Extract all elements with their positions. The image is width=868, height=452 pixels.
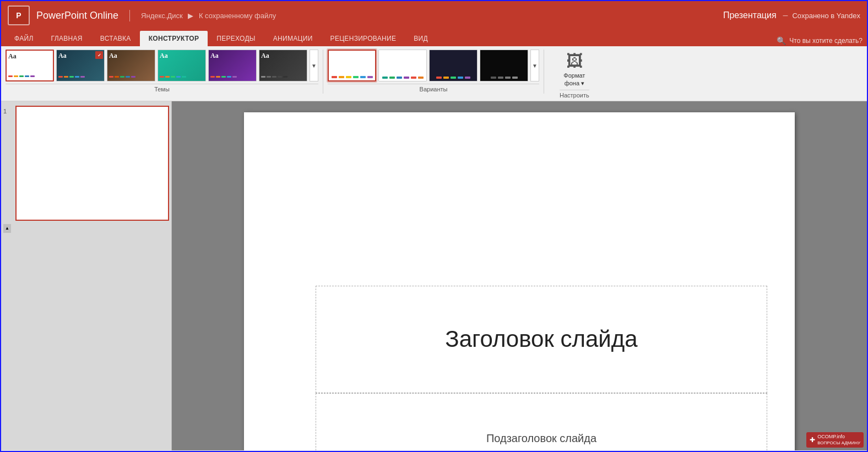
title-bar: P PowerPoint Online Яндекс.Диск ▶ К сохр… (1, 1, 867, 30)
scroll-up-button[interactable]: ▲ (3, 224, 11, 233)
format-background-button[interactable]: 🖼 Форматфона ▾ Настроить (553, 50, 596, 101)
main-area: 1 ▲ Заголовок слайда Подзаголовок слайда (1, 101, 867, 450)
slide-canvas[interactable]: Заголовок слайда Подзаголовок слайда (244, 112, 795, 450)
theme-default[interactable]: Aa (6, 50, 54, 81)
themes-section: Aa Aa (6, 50, 318, 95)
breadcrumb-part1[interactable]: Яндекс.Диск (141, 12, 183, 20)
tab-home[interactable]: ГЛАВНАЯ (42, 31, 91, 46)
tab-designer[interactable]: КОНСТРУКТОР (140, 31, 208, 46)
ribbon-tabs: ФАЙЛ ГЛАВНАЯ ВСТАВКА КОНСТРУКТОР ПЕРЕХОД… (1, 30, 867, 46)
breadcrumb-part2[interactable]: К сохраненному файлу (199, 12, 276, 20)
search-placeholder[interactable]: Что вы хотите сделать? (789, 37, 862, 45)
theme-purple[interactable]: Aa (208, 50, 257, 81)
themes-row: Aa Aa (6, 50, 318, 81)
breadcrumb: Яндекс.Диск ▶ К сохраненному файлу (141, 12, 723, 20)
theme-dark[interactable]: Aa (259, 50, 307, 81)
tab-transitions[interactable]: ПЕРЕХОДЫ (208, 31, 264, 46)
variant-4[interactable] (480, 50, 528, 81)
tab-file[interactable]: ФАЙЛ (6, 31, 42, 46)
ppt-logo: P (8, 6, 30, 25)
tab-view[interactable]: ВИД (405, 31, 437, 46)
variant-2[interactable] (378, 50, 427, 81)
ribbon-content: Aa Aa (1, 46, 867, 101)
theme-brown[interactable]: Aa (107, 50, 155, 81)
slide-subtitle-box[interactable]: Подзаголовок слайда (316, 393, 767, 450)
nastroit-label[interactable]: Настроить (560, 90, 589, 99)
app-title: PowerPoint Online (36, 10, 130, 21)
slide-canvas-area: Заголовок слайда Подзаголовок слайда (172, 101, 867, 450)
variants-label: Варианты (328, 84, 539, 95)
watermark: ✚ OCOMP.infoВОПРОСЫ АДМИНУ (806, 432, 864, 448)
theme-teal[interactable]: Aa (158, 50, 206, 81)
watermark-text: OCOMP.infoВОПРОСЫ АДМИНУ (817, 434, 860, 446)
slide-number-1: 1 (3, 106, 12, 115)
slide-subtitle-text: Подзаголовок слайда (486, 432, 596, 445)
ribbon-divider-1 (323, 50, 323, 94)
tab-review[interactable]: РЕЦЕНЗИРОВАНИЕ (322, 31, 405, 46)
ribbon-search-area: 🔍 Что вы хотите сделать? (777, 36, 862, 45)
variant-3[interactable] (429, 50, 478, 81)
slide-title-box[interactable]: Заголовок слайда (316, 286, 767, 393)
variants-row: ▼ (328, 50, 539, 81)
format-bg-icon: 🖼 (566, 52, 583, 70)
tab-animations[interactable]: АНИМАЦИИ (264, 31, 322, 46)
search-icon: 🔍 (777, 36, 786, 45)
slide-item-1: 1 (3, 106, 169, 221)
variants-section: ▼ Варианты (328, 50, 539, 95)
theme-dark-teal[interactable]: Aa ✓ (56, 50, 105, 81)
format-bg-label: Форматфона ▾ (563, 72, 585, 88)
slides-panel: 1 ▲ (1, 101, 172, 450)
save-status: Сохранено в Yandex (792, 12, 860, 20)
title-dash: – (783, 10, 788, 20)
tab-insert[interactable]: ВСТАВКА (91, 31, 140, 46)
breadcrumb-arrow: ▶ (188, 12, 193, 20)
themes-dropdown[interactable]: ▼ (310, 50, 318, 81)
slide-thumbnail-1[interactable] (15, 106, 169, 221)
ribbon-divider-2 (544, 50, 544, 94)
presentation-title: Презентация (723, 10, 777, 20)
themes-label: Темы (6, 84, 318, 95)
watermark-plus: ✚ (810, 436, 815, 444)
variants-dropdown[interactable]: ▼ (530, 50, 539, 81)
slide-title-text: Заголовок слайда (445, 326, 637, 352)
variant-1[interactable] (328, 50, 376, 81)
